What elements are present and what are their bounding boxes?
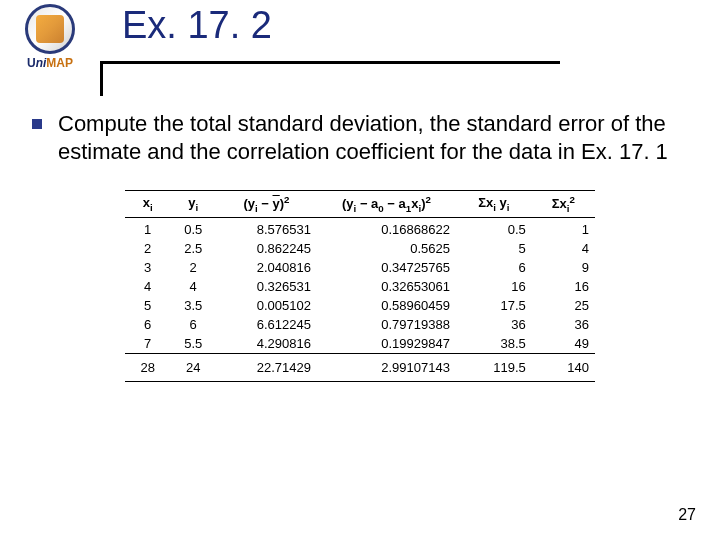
cell-c3: 2.040816	[216, 258, 317, 277]
cell-x: 4	[125, 277, 170, 296]
title-vertical-line	[100, 62, 103, 96]
cell-y: 2.5	[170, 239, 215, 258]
cell-c3: 0.862245	[216, 239, 317, 258]
cell-c5: 0.5	[456, 218, 532, 240]
cell-c4: 0.5625	[317, 239, 456, 258]
cell-x: 1	[125, 218, 170, 240]
cell-c4: 0.58960459	[317, 296, 456, 315]
table-sum-row: 28 24 22.71429 2.99107143 119.5 140	[125, 354, 595, 382]
cell-c6: 16	[532, 277, 595, 296]
cell-y: 6	[170, 315, 215, 334]
cell-c3: 0.326531	[216, 277, 317, 296]
cell-c5: 36	[456, 315, 532, 334]
col-ssres: (yi − a0 − a1xi)2	[317, 191, 456, 218]
cell-x: 6	[125, 315, 170, 334]
cell-c3: 4.290816	[216, 334, 317, 354]
title-underline	[100, 61, 560, 64]
body-area: Compute the total standard deviation, th…	[32, 110, 688, 382]
table-body: 10.58.5765310.168686220.5122.50.8622450.…	[125, 218, 595, 354]
col-yi: yi	[170, 191, 215, 218]
title-block: Ex. 17. 2	[100, 0, 700, 64]
cell-x: 5	[125, 296, 170, 315]
table-row: 10.58.5765310.168686220.51	[125, 218, 595, 240]
cell-c5: 38.5	[456, 334, 532, 354]
cell-c6: 9	[532, 258, 595, 277]
sum-c6: 140	[532, 354, 595, 382]
logo-map: MAP	[46, 56, 73, 70]
cell-x: 2	[125, 239, 170, 258]
sum-c4: 2.99107143	[317, 354, 456, 382]
col-sxy: Σxi yi	[456, 191, 532, 218]
cell-c6: 25	[532, 296, 595, 315]
page-number: 27	[678, 506, 696, 524]
sum-x: 28	[125, 354, 170, 382]
data-table-wrap: xi yi (yi − y)2 (yi − a0 − a1xi)2 Σxi yi…	[125, 190, 595, 382]
cell-y: 3.5	[170, 296, 215, 315]
logo-u: U	[27, 56, 36, 70]
sum-y: 24	[170, 354, 215, 382]
cell-c3: 0.005102	[216, 296, 317, 315]
cell-c4: 0.16868622	[317, 218, 456, 240]
body-paragraph: Compute the total standard deviation, th…	[58, 110, 688, 166]
cell-c5: 17.5	[456, 296, 532, 315]
data-table: xi yi (yi − y)2 (yi − a0 − a1xi)2 Σxi yi…	[125, 190, 595, 382]
table-row: 666.6122450.797193883636	[125, 315, 595, 334]
logo-inner-icon	[36, 15, 64, 43]
cell-c4: 0.79719388	[317, 315, 456, 334]
cell-c5: 5	[456, 239, 532, 258]
cell-c3: 8.576531	[216, 218, 317, 240]
cell-c6: 4	[532, 239, 595, 258]
cell-x: 3	[125, 258, 170, 277]
cell-y: 0.5	[170, 218, 215, 240]
logo-ni: ni	[36, 56, 47, 70]
sum-c3: 22.71429	[216, 354, 317, 382]
logo-circle	[25, 4, 75, 54]
table-header-row: xi yi (yi − y)2 (yi − a0 − a1xi)2 Σxi yi…	[125, 191, 595, 218]
col-xi: xi	[125, 191, 170, 218]
cell-c6: 36	[532, 315, 595, 334]
cell-y: 5.5	[170, 334, 215, 354]
logo: UniMAP	[14, 4, 86, 80]
cell-c3: 6.612245	[216, 315, 317, 334]
cell-c4: 0.32653061	[317, 277, 456, 296]
cell-c4: 0.34725765	[317, 258, 456, 277]
cell-c4: 0.19929847	[317, 334, 456, 354]
table-row: 322.0408160.3472576569	[125, 258, 595, 277]
cell-c5: 16	[456, 277, 532, 296]
cell-y: 4	[170, 277, 215, 296]
cell-y: 2	[170, 258, 215, 277]
bullet-icon	[32, 119, 42, 129]
cell-c5: 6	[456, 258, 532, 277]
table-row: 75.54.2908160.1992984738.549	[125, 334, 595, 354]
cell-c6: 49	[532, 334, 595, 354]
table-row: 440.3265310.326530611616	[125, 277, 595, 296]
table-row: 53.50.0051020.5896045917.525	[125, 296, 595, 315]
col-ssy: (yi − y)2	[216, 191, 317, 218]
cell-c6: 1	[532, 218, 595, 240]
sum-c5: 119.5	[456, 354, 532, 382]
col-sx2: Σxi2	[532, 191, 595, 218]
logo-text: UniMAP	[14, 56, 86, 70]
bullet-row: Compute the total standard deviation, th…	[32, 110, 688, 166]
table-row: 22.50.8622450.562554	[125, 239, 595, 258]
cell-x: 7	[125, 334, 170, 354]
slide-title: Ex. 17. 2	[100, 4, 700, 55]
